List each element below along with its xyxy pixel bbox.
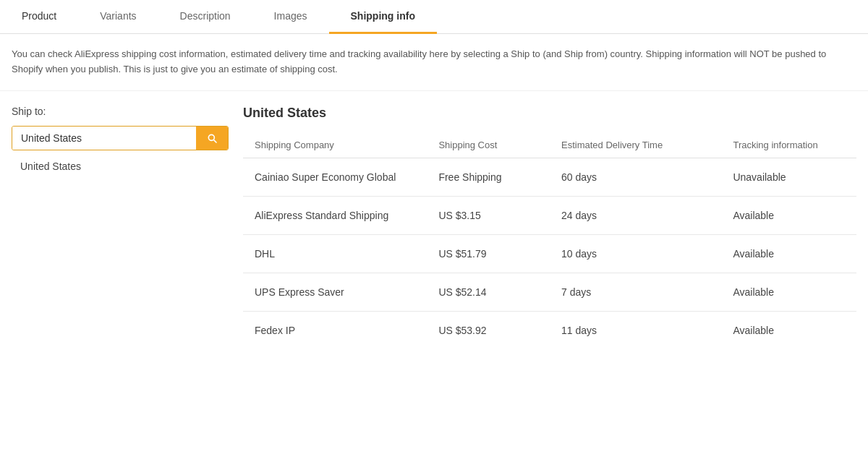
cell-cost: US $53.92	[427, 311, 550, 349]
cell-cost: US $52.14	[427, 273, 550, 311]
col-header-company: Shipping Company	[243, 132, 427, 158]
tab-bar: ProductVariantsDescriptionImagesShipping…	[0, 0, 868, 34]
table-row: UPS Express SaverUS $52.147 daysAvailabl…	[243, 273, 856, 311]
cell-company: UPS Express Saver	[243, 273, 427, 311]
cell-company: AliExpress Standard Shipping	[243, 196, 427, 234]
tab-images[interactable]: Images	[252, 0, 329, 34]
cell-tracking: Unavailable	[721, 158, 856, 196]
cell-company: DHL	[243, 234, 427, 273]
cell-delivery: 60 days	[550, 158, 721, 196]
cell-delivery: 24 days	[550, 196, 721, 234]
tab-description[interactable]: Description	[158, 0, 252, 34]
cell-tracking: Available	[721, 273, 856, 311]
cell-delivery: 11 days	[550, 311, 721, 349]
tab-variants[interactable]: Variants	[78, 0, 158, 34]
cell-delivery: 10 days	[550, 234, 721, 273]
table-row: Fedex IPUS $53.9211 daysAvailable	[243, 311, 856, 349]
region-title: United States	[243, 106, 856, 121]
col-header-cost: Shipping Cost	[427, 132, 550, 158]
cell-tracking: Available	[721, 311, 856, 349]
cell-cost: US $3.15	[427, 196, 550, 234]
cell-delivery: 7 days	[550, 273, 721, 311]
col-header-delivery: Estimated Delivery Time	[550, 132, 721, 158]
info-text: You can check AliExpress shipping cost i…	[0, 34, 868, 91]
main-content: Ship to: United States United States Shi…	[0, 91, 868, 364]
ship-to-label: Ship to:	[12, 106, 229, 117]
cell-company: Cainiao Super Economy Global	[243, 158, 427, 196]
table-header: Shipping Company Shipping Cost Estimated…	[243, 132, 856, 158]
search-icon	[206, 132, 218, 144]
left-panel: Ship to: United States	[12, 106, 229, 349]
table-row: DHLUS $51.7910 daysAvailable	[243, 234, 856, 273]
search-box	[12, 126, 229, 150]
tab-product[interactable]: Product	[0, 0, 78, 34]
cell-tracking: Available	[721, 196, 856, 234]
search-button[interactable]	[196, 127, 228, 150]
right-panel: United States Shipping Company Shipping …	[243, 106, 856, 349]
country-search-input[interactable]	[12, 127, 196, 150]
tab-shipping-info[interactable]: Shipping info	[329, 0, 437, 34]
cell-company: Fedex IP	[243, 311, 427, 349]
cell-cost: Free Shipping	[427, 158, 550, 196]
cell-tracking: Available	[721, 234, 856, 273]
col-header-tracking: Tracking information	[721, 132, 856, 158]
shipping-table-body: Cainiao Super Economy GlobalFree Shippin…	[243, 158, 856, 349]
autocomplete-item[interactable]: United States	[12, 155, 229, 178]
autocomplete-list: United States	[12, 155, 229, 178]
cell-cost: US $51.79	[427, 234, 550, 273]
shipping-table: Shipping Company Shipping Cost Estimated…	[243, 132, 856, 349]
table-row: Cainiao Super Economy GlobalFree Shippin…	[243, 158, 856, 196]
table-row: AliExpress Standard ShippingUS $3.1524 d…	[243, 196, 856, 234]
